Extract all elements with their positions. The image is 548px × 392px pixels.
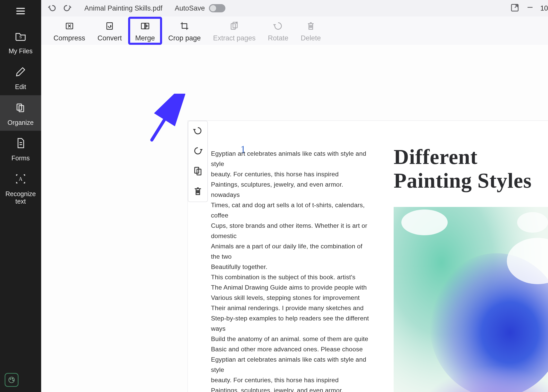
pencil-icon bbox=[14, 66, 27, 80]
zoom-out-icon[interactable]: − bbox=[527, 2, 533, 13]
zoom-level: 10 bbox=[540, 4, 548, 12]
tool-rotate[interactable]: Rotate bbox=[262, 18, 295, 44]
redo-icon[interactable] bbox=[63, 3, 72, 13]
svg-point-32 bbox=[517, 212, 548, 233]
sidebar-item-edit[interactable]: Edit bbox=[0, 59, 41, 95]
menu-icon[interactable] bbox=[15, 6, 26, 18]
svg-point-10 bbox=[10, 379, 11, 379]
autosave-toggle[interactable] bbox=[209, 4, 225, 12]
workspace: 1 Egyptian art celebrates animals like c… bbox=[41, 45, 548, 392]
autosave-control: AutoSave bbox=[175, 4, 225, 12]
sidebar-label: My Files bbox=[8, 47, 32, 55]
body-line: beauty. For centuries, this horse has in… bbox=[211, 375, 370, 385]
highlight-arrow bbox=[149, 94, 185, 143]
sidebar-label: Forms bbox=[12, 154, 30, 162]
body-line: beauty. For centuries, this horse has in… bbox=[211, 169, 370, 179]
document-icon bbox=[14, 137, 27, 151]
palette-button[interactable] bbox=[5, 373, 19, 387]
fullscreen-icon[interactable] bbox=[510, 3, 520, 14]
tool-label: Extract pages bbox=[213, 34, 255, 42]
pages-icon bbox=[14, 101, 27, 115]
topbar: Animal Painting Skills.pdf AutoSave − 10 bbox=[41, 0, 548, 16]
body-line: Various skill levels, stepping stones fo… bbox=[211, 293, 370, 303]
svg-point-11 bbox=[12, 378, 13, 379]
tool-label: Rotate bbox=[268, 34, 288, 42]
body-line: Basic and other more advanced ones. Plea… bbox=[211, 344, 370, 354]
tool-extract[interactable]: Extract pages bbox=[207, 18, 262, 44]
body-line: Their animal renderings. I provide many … bbox=[211, 303, 370, 313]
body-line: Beautifully together. bbox=[211, 262, 370, 272]
sidebar-label: Recognize text bbox=[5, 190, 36, 205]
sidebar-label: Edit bbox=[15, 83, 26, 91]
sidebar-item-forms[interactable]: Forms bbox=[0, 131, 41, 167]
ocr-icon: A bbox=[14, 173, 27, 187]
rotate-cw-icon[interactable] bbox=[192, 145, 203, 157]
sidebar-item-recognize[interactable]: A Recognize text bbox=[0, 167, 41, 210]
body-line: Animals are a part of our daily life, th… bbox=[211, 241, 370, 262]
folder-icon: S bbox=[14, 30, 27, 44]
svg-line-25 bbox=[152, 99, 178, 140]
body-line: Egyptian art celebrates animals like cat… bbox=[211, 354, 370, 375]
delete-page-icon[interactable] bbox=[192, 186, 203, 197]
svg-text:S: S bbox=[19, 35, 22, 39]
svg-rect-15 bbox=[107, 23, 112, 29]
page-floating-toolbar bbox=[188, 121, 208, 202]
sidebar-item-organize[interactable]: Organize bbox=[0, 95, 41, 131]
tool-merge[interactable]: Merge bbox=[128, 17, 162, 45]
svg-text:A: A bbox=[19, 176, 23, 182]
duplicate-icon[interactable] bbox=[192, 165, 203, 177]
autosave-label: AutoSave bbox=[175, 4, 205, 12]
body-line: Step-by-step examples to help readers se… bbox=[211, 313, 370, 334]
watercolor-image bbox=[394, 207, 548, 392]
body-line: This combination is the subject of this … bbox=[211, 272, 370, 282]
sidebar-item-myfiles[interactable]: S My Files bbox=[0, 24, 41, 59]
tool-label: Convert bbox=[98, 34, 122, 42]
body-line: Build the anatomy of an animal. some of … bbox=[211, 334, 370, 344]
tool-label: Crop page bbox=[168, 34, 201, 42]
body-line: Egyptian art celebrates animals like cat… bbox=[211, 149, 370, 169]
page-body-text: Egyptian art celebrates animals like cat… bbox=[211, 149, 370, 392]
body-line: The Animal Drawing Guide aims to provide… bbox=[211, 282, 370, 293]
tool-crop[interactable]: Crop page bbox=[162, 18, 207, 44]
tool-convert[interactable]: Convert bbox=[91, 18, 128, 44]
tool-label: Merge bbox=[135, 34, 155, 42]
body-line: Paintings, sculptures, jewelry, and even… bbox=[211, 179, 370, 200]
tool-label: Delete bbox=[301, 34, 321, 42]
body-line: Paintings, sculptures, jewelry, and even… bbox=[211, 385, 370, 392]
svg-point-30 bbox=[401, 210, 448, 235]
body-line: Cups, store brands and other items. Whet… bbox=[211, 221, 370, 241]
rotate-ccw-icon[interactable] bbox=[192, 125, 203, 137]
tool-label: Compress bbox=[54, 34, 85, 42]
page-heading: Different Painting Styles bbox=[394, 145, 548, 193]
body-line: Times, cat and dog art sells a lot of t-… bbox=[211, 200, 370, 221]
filename: Animal Painting Skills.pdf bbox=[84, 4, 162, 12]
svg-point-12 bbox=[13, 380, 13, 381]
toolstrip: Compress Convert Merge Crop page Extract… bbox=[41, 16, 548, 45]
pdf-page[interactable]: 1 Egyptian art celebrates animals like c… bbox=[188, 121, 548, 392]
tool-compress[interactable]: Compress bbox=[47, 18, 91, 44]
sidebar-label: Organize bbox=[7, 119, 33, 126]
sidebar: S My Files Edit Organize Forms bbox=[0, 0, 41, 392]
undo-icon[interactable] bbox=[47, 3, 56, 13]
tool-delete[interactable]: Delete bbox=[295, 18, 327, 44]
